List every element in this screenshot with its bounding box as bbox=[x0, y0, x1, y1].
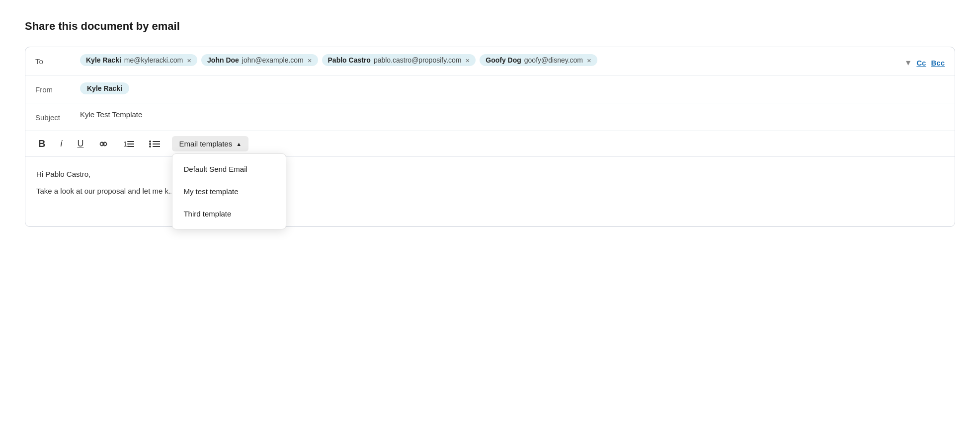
recipient-tag-pablo: Pablo Castro pablo.castro@proposify.com … bbox=[322, 54, 476, 66]
unordered-list-button[interactable] bbox=[146, 138, 163, 150]
remove-kyle-button[interactable]: × bbox=[186, 57, 192, 64]
recipient-email-goofy: goofy@disney.com bbox=[524, 56, 583, 64]
bcc-button[interactable]: Bcc bbox=[931, 59, 945, 67]
unordered-list-icon bbox=[149, 140, 160, 148]
to-recipients: Kyle Racki me@kyleracki.com × John Doe j… bbox=[80, 54, 906, 66]
email-body[interactable]: Hi Pablo Castro, Take a look at our prop… bbox=[25, 157, 955, 226]
from-label: From bbox=[35, 82, 80, 94]
remove-johndoe-button[interactable]: × bbox=[307, 57, 313, 64]
template-item-default[interactable]: Default Send Email bbox=[172, 158, 286, 180]
svg-point-4 bbox=[149, 141, 151, 143]
to-row: To Kyle Racki me@kyleracki.com × John Do… bbox=[25, 47, 955, 75]
subject-row: Subject bbox=[25, 103, 955, 131]
recipient-tag-kyle: Kyle Racki me@kyleracki.com × bbox=[80, 54, 197, 66]
svg-point-5 bbox=[149, 143, 151, 145]
from-tag: Kyle Racki bbox=[80, 82, 129, 94]
to-row-actions: ▾ Cc Bcc bbox=[906, 54, 945, 68]
from-content: Kyle Racki bbox=[80, 82, 945, 94]
to-label: To bbox=[35, 54, 80, 66]
italic-button[interactable]: i bbox=[57, 137, 65, 151]
template-item-mytest[interactable]: My test template bbox=[172, 180, 286, 203]
from-row: From Kyle Racki bbox=[25, 75, 955, 103]
cc-bcc-links: Cc Bcc bbox=[916, 59, 945, 67]
subject-label: Subject bbox=[35, 110, 80, 122]
remove-goofy-button[interactable]: × bbox=[586, 57, 592, 64]
recipient-name-goofy: Goofy Dog bbox=[486, 56, 521, 64]
recipient-name-johndoe: John Doe bbox=[207, 56, 239, 64]
ordered-list-icon: 1. bbox=[123, 140, 134, 148]
remove-pablo-button[interactable]: × bbox=[464, 57, 471, 64]
recipient-email-kyle: me@kyleracki.com bbox=[124, 56, 183, 64]
recipient-name-kyle: Kyle Racki bbox=[86, 56, 121, 64]
link-icon bbox=[98, 141, 108, 147]
email-compose-box: To Kyle Racki me@kyleracki.com × John Do… bbox=[25, 47, 955, 227]
recipient-email-johndoe: john@example.com bbox=[242, 56, 304, 64]
page-title: Share this document by email bbox=[25, 20, 955, 33]
subject-content bbox=[80, 110, 945, 119]
underline-button[interactable]: U bbox=[74, 137, 86, 151]
template-item-third[interactable]: Third template bbox=[172, 203, 286, 225]
link-button[interactable] bbox=[95, 139, 111, 149]
recipient-name-pablo: Pablo Castro bbox=[328, 56, 371, 64]
expand-recipients-button[interactable]: ▾ bbox=[906, 57, 910, 68]
recipient-email-pablo: pablo.castro@proposify.com bbox=[374, 56, 462, 64]
svg-point-6 bbox=[149, 145, 151, 147]
email-templates-button[interactable]: Email templates ▲ bbox=[172, 136, 248, 151]
toolbar-row: B i U 1. bbox=[25, 131, 955, 157]
recipient-tag-goofy: Goofy Dog goofy@disney.com × bbox=[480, 54, 597, 66]
ordered-list-button[interactable]: 1. bbox=[120, 138, 137, 150]
email-templates-wrapper: Email templates ▲ Default Send Email My … bbox=[172, 136, 248, 151]
arrow-up-icon: ▲ bbox=[236, 141, 242, 147]
subject-input[interactable] bbox=[80, 110, 945, 119]
cc-button[interactable]: Cc bbox=[916, 59, 926, 67]
recipient-tag-johndoe: John Doe john@example.com × bbox=[201, 54, 318, 66]
email-templates-label: Email templates bbox=[179, 140, 232, 148]
email-templates-dropdown: Default Send Email My test template Thir… bbox=[172, 153, 286, 229]
bold-button[interactable]: B bbox=[35, 136, 48, 151]
